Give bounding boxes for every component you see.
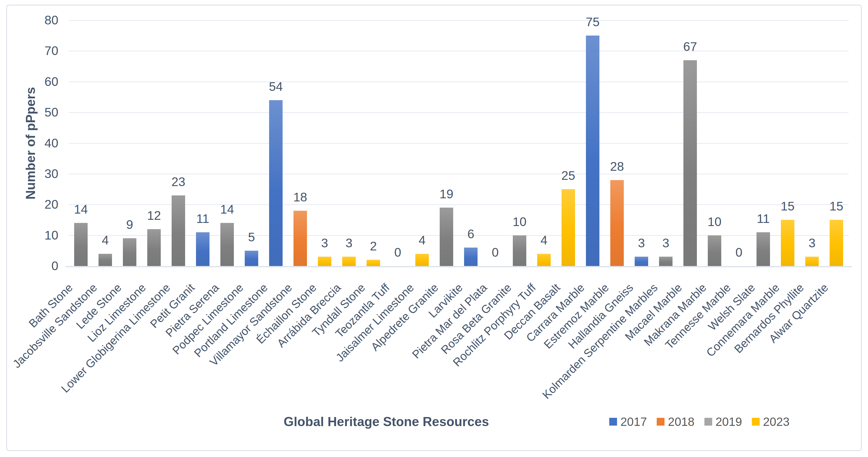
- legend-swatch-2017: [609, 418, 617, 426]
- legend-label: 2019: [716, 415, 742, 429]
- data-label: 28: [589, 159, 646, 174]
- bar-2018: [610, 180, 624, 266]
- bar-2019: [98, 254, 112, 266]
- legend: 2017201820192023: [609, 415, 789, 429]
- bar-2023: [318, 257, 331, 266]
- legend-item-2023: 2023: [752, 415, 789, 429]
- data-label: 18: [272, 190, 329, 205]
- legend-label: 2018: [668, 415, 694, 429]
- bar-2019: [172, 195, 185, 266]
- y-tick-label: 80: [14, 12, 58, 28]
- data-label: 15: [808, 199, 865, 214]
- y-axis-title: Number of pPpers: [22, 26, 39, 260]
- gridline-40: [69, 143, 848, 144]
- legend-item-2017: 2017: [609, 415, 647, 429]
- data-label: 6: [442, 226, 499, 242]
- legend-label: 2023: [763, 415, 789, 429]
- data-label: 10: [491, 214, 548, 230]
- legend-label: 2017: [620, 415, 647, 429]
- bar-2017: [269, 100, 283, 266]
- chart-figure: 0102030405060708014Bath Stone4Jacobsvill…: [0, 0, 868, 457]
- gridline-50: [69, 112, 848, 113]
- legend-swatch-2019: [704, 418, 712, 426]
- data-label: 23: [150, 174, 207, 190]
- legend-item-2018: 2018: [657, 415, 694, 429]
- bar-2023: [537, 254, 551, 266]
- y-tick-label: 0: [14, 258, 58, 274]
- bar-2019: [659, 257, 673, 266]
- data-label: 67: [662, 39, 719, 55]
- bar-2019: [683, 60, 697, 266]
- bar-2023: [342, 257, 356, 266]
- bar-2017: [635, 257, 648, 266]
- data-label: 15: [759, 199, 816, 214]
- legend-swatch-2018: [657, 418, 664, 426]
- bar-2023: [830, 220, 843, 266]
- bar-2017: [196, 232, 210, 266]
- bar-2019: [756, 232, 770, 266]
- bar-2023: [805, 257, 819, 266]
- data-label: 14: [52, 202, 110, 217]
- bar-2017: [245, 251, 258, 266]
- x-axis-title: Global Heritage Stone Resources: [205, 414, 568, 429]
- data-label: 54: [247, 79, 304, 94]
- bar-2023: [367, 260, 380, 266]
- bar-2023: [415, 254, 429, 266]
- bar-2019: [123, 238, 136, 266]
- gridline-80: [69, 20, 848, 21]
- gridline-70: [69, 51, 848, 51]
- gridline-20: [69, 204, 848, 205]
- bar-2023: [562, 189, 575, 266]
- bar-2017: [586, 35, 599, 266]
- legend-item-2019: 2019: [704, 415, 742, 429]
- data-label: 14: [198, 202, 256, 217]
- data-label: 75: [564, 14, 621, 30]
- legend-swatch-2023: [752, 418, 760, 426]
- bar-2019: [147, 229, 161, 266]
- x-axis-line: [66, 266, 852, 267]
- gridline-60: [69, 82, 848, 82]
- data-label: 19: [418, 186, 475, 202]
- data-label: 10: [686, 214, 743, 230]
